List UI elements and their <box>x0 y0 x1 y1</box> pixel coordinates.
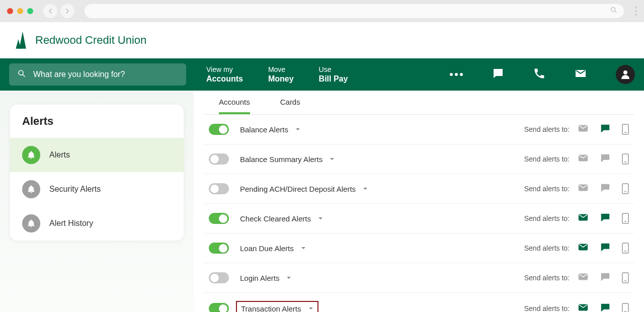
email-channel-icon[interactable] <box>578 242 589 255</box>
main-nav: View my Accounts Move Money Use Bill Pay <box>0 58 644 91</box>
email-channel-icon[interactable] <box>578 123 589 136</box>
send-to-label: Send alerts to: <box>524 244 570 252</box>
chevron-down-icon <box>330 154 335 164</box>
sidebar-item-alerts[interactable]: Alerts <box>10 138 184 172</box>
alert-label: Loan Due Alerts <box>240 244 294 253</box>
tab-cards[interactable]: Cards <box>280 98 300 114</box>
browser-chrome <box>0 0 644 22</box>
logo-mark-icon <box>14 29 31 51</box>
nav-links: View my Accounts Move Money Use Bill Pay <box>206 65 348 85</box>
sidebar-item-label: Security Alerts <box>49 185 101 194</box>
channel-icons <box>578 152 629 166</box>
sidebar-item-alert-history[interactable]: Alert History <box>10 206 184 241</box>
alert-toggle[interactable] <box>209 183 229 194</box>
channel-icons <box>578 123 629 136</box>
nav-link-accounts[interactable]: View my Accounts <box>206 65 243 85</box>
chat-channel-icon[interactable] <box>600 271 611 284</box>
maximize-window-button[interactable] <box>27 8 33 14</box>
browser-more-button[interactable] <box>635 7 637 16</box>
search-input[interactable] <box>33 70 178 79</box>
alert-label-dropdown[interactable]: Transaction Alerts <box>236 301 318 312</box>
logo-text: Redwood Credit Union <box>35 34 146 47</box>
forward-button[interactable] <box>60 4 74 18</box>
alert-row: Balance Summary AlertsSend alerts to: <box>204 144 634 174</box>
phone-channel-icon[interactable] <box>622 124 629 135</box>
send-to-label: Send alerts to: <box>524 304 570 312</box>
alert-label-dropdown[interactable]: Login Alerts <box>236 271 295 284</box>
phone-channel-icon[interactable] <box>622 153 629 165</box>
svg-line-3 <box>23 74 25 76</box>
email-channel-icon[interactable] <box>578 302 589 312</box>
sidebar: Alerts AlertsSecurity AlertsAlert Histor… <box>0 91 194 312</box>
alert-label-dropdown[interactable]: Pending ACH/Direct Deposit Alerts <box>236 182 372 195</box>
alert-toggle[interactable] <box>209 213 229 224</box>
alert-label: Transaction Alerts <box>241 304 301 313</box>
email-channel-icon[interactable] <box>578 271 589 284</box>
nav-icons <box>450 65 635 84</box>
email-channel-icon[interactable] <box>578 212 589 225</box>
bell-icon <box>22 180 40 198</box>
phone-channel-icon[interactable] <box>622 243 629 254</box>
chat-channel-icon[interactable] <box>600 152 611 166</box>
back-button[interactable] <box>43 4 57 18</box>
close-window-button[interactable] <box>7 8 13 14</box>
alert-label-dropdown[interactable]: Balance Alerts <box>236 123 304 136</box>
alert-row: Pending ACH/Direct Deposit AlertsSend al… <box>204 174 634 204</box>
alert-label: Check Cleared Alerts <box>240 214 311 223</box>
alert-row: Transaction AlertsSend alerts to: <box>204 293 634 312</box>
channel-icons <box>578 212 629 225</box>
email-channel-icon[interactable] <box>578 182 589 195</box>
chevron-down-icon <box>318 214 323 223</box>
traffic-lights <box>7 8 33 14</box>
bell-icon <box>22 146 40 164</box>
send-to-label: Send alerts to: <box>524 274 570 282</box>
minimize-window-button[interactable] <box>17 8 23 14</box>
tab-accounts[interactable]: Accounts <box>219 98 250 114</box>
alert-row: Balance AlertsSend alerts to: <box>204 115 634 144</box>
main-content: Alerts AlertsSecurity AlertsAlert Histor… <box>0 91 644 312</box>
alert-label-dropdown[interactable]: Loan Due Alerts <box>236 242 310 255</box>
phone-icon[interactable] <box>533 67 545 82</box>
send-to-label: Send alerts to: <box>524 214 570 222</box>
url-bar[interactable] <box>85 4 624 18</box>
nav-link-billpay[interactable]: Use Bill Pay <box>319 65 348 85</box>
messages-icon[interactable] <box>492 67 504 82</box>
chevron-down-icon <box>308 304 313 312</box>
mail-icon[interactable] <box>575 67 587 82</box>
email-channel-icon[interactable] <box>578 152 589 166</box>
sidebar-title: Alerts <box>10 105 184 138</box>
phone-channel-icon[interactable] <box>622 303 629 312</box>
alert-label: Balance Summary Alerts <box>240 155 323 164</box>
alert-toggle[interactable] <box>209 303 229 312</box>
nav-link-money[interactable]: Move Money <box>268 65 294 85</box>
chat-channel-icon[interactable] <box>600 242 611 255</box>
more-menu-button[interactable] <box>450 73 463 76</box>
chat-channel-icon[interactable] <box>600 302 611 312</box>
tabs: AccountsCards <box>204 91 634 115</box>
phone-channel-icon[interactable] <box>622 272 629 283</box>
send-to-label: Send alerts to: <box>524 185 570 193</box>
logo[interactable]: Redwood Credit Union <box>14 29 146 51</box>
chat-channel-icon[interactable] <box>600 182 611 195</box>
chat-channel-icon[interactable] <box>600 123 611 136</box>
channel-icons <box>578 271 629 284</box>
alert-toggle[interactable] <box>209 153 229 165</box>
svg-point-0 <box>611 8 615 12</box>
chevron-down-icon <box>301 244 306 253</box>
phone-channel-icon[interactable] <box>622 183 629 194</box>
channel-icons <box>578 242 629 255</box>
alert-label-dropdown[interactable]: Balance Summary Alerts <box>236 152 339 166</box>
sidebar-item-security-alerts[interactable]: Security Alerts <box>10 172 184 206</box>
svg-point-2 <box>19 70 23 75</box>
sidebar-item-label: Alerts <box>49 150 70 160</box>
site-search[interactable] <box>9 63 186 86</box>
alert-toggle[interactable] <box>209 272 229 283</box>
alert-toggle[interactable] <box>209 243 229 254</box>
alert-row: Login AlertsSend alerts to: <box>204 263 634 293</box>
alert-label-dropdown[interactable]: Check Cleared Alerts <box>236 212 327 225</box>
bell-icon <box>22 214 40 232</box>
phone-channel-icon[interactable] <box>622 213 629 224</box>
alert-toggle[interactable] <box>209 124 229 135</box>
profile-avatar[interactable] <box>616 65 635 84</box>
chat-channel-icon[interactable] <box>600 212 611 225</box>
